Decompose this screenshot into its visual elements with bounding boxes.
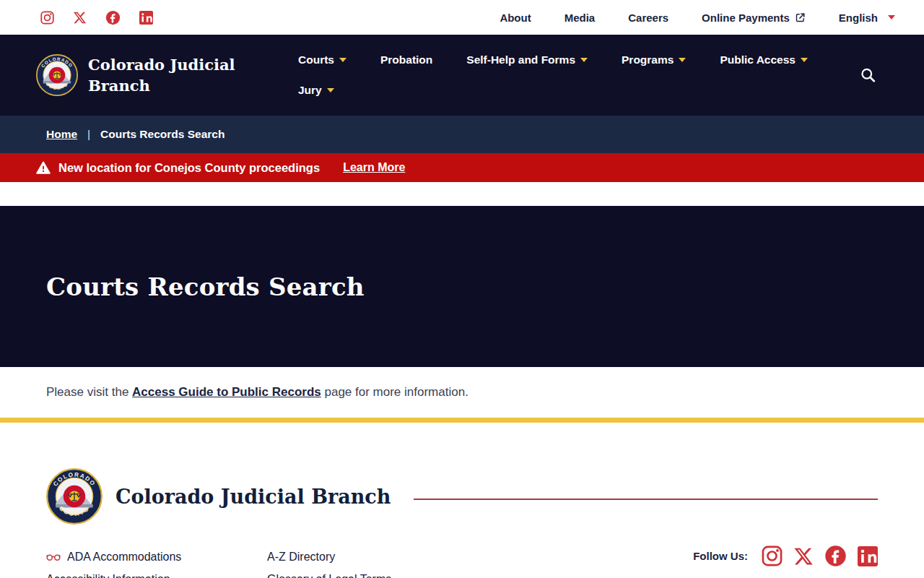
chevron-down-icon bbox=[327, 88, 334, 92]
chevron-down-icon bbox=[679, 58, 686, 62]
breadcrumb-home-link[interactable]: Home bbox=[46, 128, 77, 141]
utility-links: About Media Careers Online Payments Engl… bbox=[500, 12, 895, 24]
chevron-down-icon bbox=[801, 58, 808, 62]
external-link-icon bbox=[795, 12, 806, 23]
alert-banner: New location for Conejos County proceedi… bbox=[0, 153, 924, 182]
media-link[interactable]: Media bbox=[565, 12, 596, 24]
site-logo-home-link[interactable]: COLORADO COURTS Colorado Judicial Branch bbox=[36, 54, 235, 96]
footer-bottom: ADA Accommodations A-Z Directory Accessi… bbox=[46, 549, 878, 578]
nav-programs-label: Programs bbox=[622, 53, 674, 66]
accessibility-information-label: Accessibility Information bbox=[46, 573, 170, 578]
main-navigation: Courts Probation Self-Help and Forms Pro… bbox=[298, 35, 858, 116]
nav-jury[interactable]: Jury bbox=[298, 82, 334, 98]
footer-links: ADA Accommodations A-Z Directory Accessi… bbox=[46, 549, 391, 578]
footer-brand-title: Colorado Judicial Branch bbox=[116, 486, 391, 508]
accessibility-information-link[interactable]: Accessibility Information bbox=[46, 571, 267, 578]
search-button[interactable] bbox=[860, 67, 876, 84]
breadcrumb: Home | Courts Records Search bbox=[0, 116, 924, 153]
header-social-links bbox=[40, 10, 153, 25]
alert-message: New location for Conejos County proceedi… bbox=[58, 161, 320, 175]
main-header: COLORADO COURTS Colorado Judicial Branch… bbox=[0, 35, 924, 116]
language-label: English bbox=[839, 12, 878, 24]
colorado-courts-seal-logo: COLORADO COURTS bbox=[36, 54, 78, 96]
site-title: Colorado Judicial Branch bbox=[88, 54, 235, 96]
site-title-line1: Colorado Judicial bbox=[88, 56, 235, 74]
ada-accommodations-label: ADA Accommodations bbox=[67, 551, 181, 564]
facebook-icon[interactable] bbox=[824, 545, 847, 567]
spacer bbox=[0, 182, 924, 206]
chevron-down-icon bbox=[580, 58, 588, 62]
glasses-icon bbox=[46, 553, 61, 561]
x-icon[interactable] bbox=[73, 11, 87, 25]
online-payments-label: Online Payments bbox=[702, 12, 790, 24]
breadcrumb-current-page: Courts Records Search bbox=[100, 128, 225, 141]
careers-label: Careers bbox=[628, 12, 668, 24]
search-icon bbox=[860, 67, 876, 84]
nav-courts[interactable]: Courts bbox=[298, 52, 346, 68]
linkedin-icon[interactable] bbox=[858, 546, 878, 566]
glossary-link[interactable]: Glossary of Legal Terms bbox=[267, 571, 391, 578]
content-text-after: page for more information. bbox=[321, 385, 468, 399]
footer: COLORADO COURTS Colorado Judicial Branch… bbox=[0, 423, 924, 578]
breadcrumb-separator: | bbox=[87, 128, 90, 141]
facebook-icon[interactable] bbox=[105, 10, 121, 25]
nav-public-access-label: Public Access bbox=[720, 53, 796, 66]
nav-self-help-and-forms[interactable]: Self-Help and Forms bbox=[466, 52, 588, 68]
utility-bar: About Media Careers Online Payments Engl… bbox=[0, 0, 924, 35]
instagram-icon[interactable] bbox=[762, 545, 783, 566]
online-payments-link[interactable]: Online Payments bbox=[702, 12, 806, 24]
nav-public-access[interactable]: Public Access bbox=[720, 52, 808, 68]
footer-social-section: Follow Us: bbox=[693, 545, 878, 567]
footer-brand-row: COLORADO COURTS Colorado Judicial Branch bbox=[46, 423, 878, 525]
nav-probation-label: Probation bbox=[380, 53, 432, 66]
media-label: Media bbox=[565, 12, 596, 24]
about-link[interactable]: About bbox=[500, 12, 531, 24]
glossary-label: Glossary of Legal Terms bbox=[267, 573, 391, 578]
nav-programs[interactable]: Programs bbox=[622, 52, 686, 68]
nav-courts-label: Courts bbox=[298, 53, 334, 66]
chevron-down-icon bbox=[339, 58, 346, 62]
ada-accommodations-link[interactable]: ADA Accommodations bbox=[46, 549, 267, 565]
footer-divider-line bbox=[414, 499, 878, 501]
hero-section: Courts Records Search bbox=[0, 206, 924, 367]
content-text-before: Please visit the bbox=[46, 385, 132, 399]
alert-learn-more-link[interactable]: Learn More bbox=[343, 161, 405, 174]
nav-self-help-label: Self-Help and Forms bbox=[466, 53, 575, 66]
content-section: Please visit the Access Guide to Public … bbox=[0, 367, 924, 418]
language-selector[interactable]: English bbox=[839, 12, 895, 24]
nav-probation[interactable]: Probation bbox=[380, 52, 432, 68]
instagram-icon[interactable] bbox=[40, 11, 54, 25]
careers-link[interactable]: Careers bbox=[628, 12, 668, 24]
chevron-down-icon bbox=[888, 15, 895, 20]
follow-us-label: Follow Us: bbox=[693, 550, 748, 562]
access-guide-link[interactable]: Access Guide to Public Records bbox=[132, 385, 321, 399]
gold-divider bbox=[0, 418, 924, 423]
az-directory-label: A-Z Directory bbox=[267, 551, 335, 564]
content-paragraph: Please visit the Access Guide to Public … bbox=[46, 385, 468, 400]
nav-jury-label: Jury bbox=[298, 84, 322, 97]
colorado-courts-seal-logo: COLORADO COURTS bbox=[46, 468, 103, 525]
page: About Media Careers Online Payments Engl… bbox=[0, 0, 924, 578]
x-icon[interactable] bbox=[793, 546, 814, 566]
page-title: Courts Records Search bbox=[46, 272, 365, 301]
site-title-line2: Branch bbox=[88, 77, 150, 95]
linkedin-icon[interactable] bbox=[139, 11, 153, 25]
warning-icon bbox=[36, 161, 51, 174]
az-directory-link[interactable]: A-Z Directory bbox=[267, 549, 391, 565]
about-label: About bbox=[500, 12, 531, 24]
